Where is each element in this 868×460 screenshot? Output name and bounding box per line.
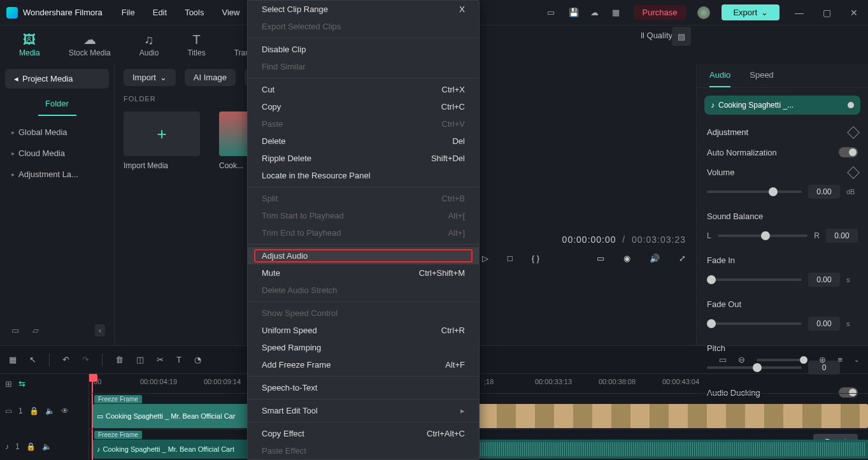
menu-edit[interactable]: Edit (153, 8, 167, 17)
auto-normalization-toggle[interactable] (839, 147, 858, 157)
ctx-delete[interactable]: DeleteDel (248, 133, 479, 150)
text-icon[interactable]: T (176, 355, 181, 364)
purchase-button[interactable]: Purchase (634, 5, 687, 20)
mute-icon[interactable]: 🔈 (42, 442, 52, 451)
ctx-adjust-audio[interactable]: Adjust Audio (248, 247, 479, 264)
monitor-icon[interactable]: ▭ (597, 254, 604, 263)
snapshot-button[interactable]: ▨ (672, 27, 691, 46)
zoom-slider[interactable] (757, 359, 808, 361)
split-icon[interactable]: ✂ (157, 355, 164, 364)
menu-file[interactable]: File (122, 8, 135, 17)
export-button[interactable]: Export⌄ (722, 4, 779, 20)
fade-in-label: Fade In (707, 255, 735, 265)
audio-track-header[interactable]: ♪ 1 🔒 🔈 (0, 429, 89, 460)
video-track-header[interactable]: ▭ 1 🔒 🔈 👁 (0, 393, 89, 429)
ctx-locate-in-the-resource-panel[interactable]: Locate in the Resource Panel (248, 167, 479, 184)
play-button[interactable]: ▷ (482, 254, 488, 263)
fullscreen-icon[interactable]: ⤢ (679, 254, 686, 263)
lock-icon[interactable]: 🔒 (26, 442, 36, 451)
avatar[interactable] (697, 6, 710, 19)
eye-icon[interactable]: 👁 (61, 406, 69, 415)
ctx-uniform-speed[interactable]: Uniform SpeedCtrl+R (248, 322, 479, 339)
volume-slider[interactable] (707, 190, 802, 193)
ctx-cut[interactable]: CutCtrl+X (248, 81, 479, 98)
tab-audio[interactable]: ♫Audio (139, 32, 159, 57)
keyframe-icon[interactable] (847, 126, 860, 139)
lock-icon[interactable]: 🔒 (29, 406, 39, 415)
ctx-select-clip-range[interactable]: Select Clip RangeX (248, 1, 479, 18)
menu-view[interactable]: View (222, 8, 239, 17)
new-bin-icon[interactable]: ▱ (29, 324, 42, 336)
ctx-copy-effect[interactable]: Copy EffectCtrl+Alt+C (248, 425, 479, 442)
apps-icon[interactable]: ▦ (612, 8, 622, 18)
fade-out-value[interactable]: 0.00 (808, 317, 840, 331)
import-media-tile[interactable]: + Import Media (124, 111, 200, 170)
tree-item[interactable]: ▸Global Media (5, 122, 109, 142)
stop-button[interactable]: □ (508, 254, 513, 263)
clip-handle[interactable] (848, 102, 854, 108)
tab-media[interactable]: 🖼Media (19, 32, 40, 57)
speed-icon[interactable]: ◔ (194, 355, 201, 364)
tree-item[interactable]: ▸Adjustment La... (5, 164, 109, 184)
new-folder-icon[interactable]: ▭ (9, 324, 22, 336)
pitch-slider[interactable] (707, 366, 802, 369)
zoom-in-button[interactable]: ⊕ (819, 355, 826, 364)
minimize-button[interactable]: — (791, 8, 808, 18)
project-media-button[interactable]: ◂Project Media (5, 69, 109, 89)
folder-tab[interactable]: Folder (38, 95, 76, 116)
tab-stock-media[interactable]: ☁Stock Media (69, 32, 111, 57)
tree-item[interactable]: ▸Cloud Media (5, 143, 109, 163)
fade-in-slider[interactable] (707, 278, 802, 281)
fade-out-slider[interactable] (707, 322, 802, 325)
properties-panel: Audio Speed ♪ Cooking Spaghetti _... Adj… (696, 64, 868, 345)
ctx-ripple-delete[interactable]: Ripple DeleteShift+Del (248, 150, 479, 167)
ctx-disable-clip[interactable]: Disable Clip (248, 41, 479, 58)
tab-speed[interactable]: Speed (750, 70, 774, 87)
ctx-mute[interactable]: MuteCtrl+Shift+M (248, 264, 479, 282)
grid-icon[interactable]: ▦ (9, 355, 17, 364)
marker-button[interactable]: { } (532, 254, 539, 263)
cursor-icon[interactable]: ↖ (29, 355, 36, 364)
keyframe-icon[interactable] (847, 166, 860, 179)
list-icon[interactable]: ≡ (837, 355, 843, 364)
menu-tools[interactable]: Tools (185, 8, 204, 17)
save-icon[interactable]: 💾 (569, 8, 579, 18)
ctx-smart-edit-tool[interactable]: Smart Edit Tool▸ (248, 402, 479, 419)
collapse-panel-button[interactable]: ‹ (95, 324, 105, 336)
camera-icon[interactable]: ◉ (623, 254, 630, 263)
context-menu: Select Clip RangeXExport Selected ClipsD… (247, 0, 480, 460)
tab-audio[interactable]: Audio (709, 70, 730, 87)
fade-out-label: Fade Out (707, 299, 741, 309)
chevron-down-icon[interactable]: ⌄ (854, 356, 859, 363)
maximize-button[interactable]: ▢ (819, 8, 835, 18)
crop-icon[interactable]: ◫ (136, 355, 144, 364)
ctx-speed-ramping[interactable]: Speed Ramping (248, 339, 479, 356)
ai-image-button[interactable]: AI Image (185, 69, 236, 86)
volume-value[interactable]: 0.00 (808, 185, 840, 199)
import-button[interactable]: Import ⌄ (124, 69, 176, 86)
speaker-icon[interactable]: 🔊 (650, 254, 660, 263)
left-panel: ◂Project Media Folder ▸Global Media▸Clou… (0, 64, 115, 345)
close-button[interactable]: ✕ (846, 8, 862, 18)
ctx-show-speed-control: Show Speed Control (248, 305, 479, 322)
undo-button[interactable]: ↶ (62, 355, 69, 364)
balance-slider[interactable] (718, 234, 808, 237)
ctx-copy[interactable]: CopyCtrl+C (248, 98, 479, 115)
cloud-icon[interactable]: ☁ (590, 8, 601, 18)
volume-label: Volume (707, 168, 734, 177)
link-icon[interactable]: ⇆ (18, 379, 25, 389)
add-track-icon[interactable]: ⊞ (5, 379, 12, 389)
marker-icon[interactable]: ▭ (719, 355, 727, 364)
tab-titles[interactable]: TTitles (187, 32, 205, 57)
ctx-speech-to-text[interactable]: Speech-to-Text (248, 379, 479, 396)
balance-value[interactable]: 0.00 (826, 229, 858, 243)
mute-icon[interactable]: 🔈 (45, 406, 55, 415)
redo-button[interactable]: ↷ (82, 355, 89, 364)
selected-clip-chip[interactable]: ♪ Cooking Spaghetti _... (704, 96, 860, 115)
ctx-add-freeze-frame[interactable]: Add Freeze FrameAlt+F (248, 356, 479, 373)
delete-icon[interactable]: 🗑 (115, 355, 124, 364)
fade-in-value[interactable]: 0.00 (808, 273, 840, 287)
zoom-out-button[interactable]: ⊖ (738, 355, 745, 364)
ctx-export-selected-clips: Export Selected Clips (248, 18, 479, 35)
device-icon[interactable]: ▭ (547, 8, 557, 18)
